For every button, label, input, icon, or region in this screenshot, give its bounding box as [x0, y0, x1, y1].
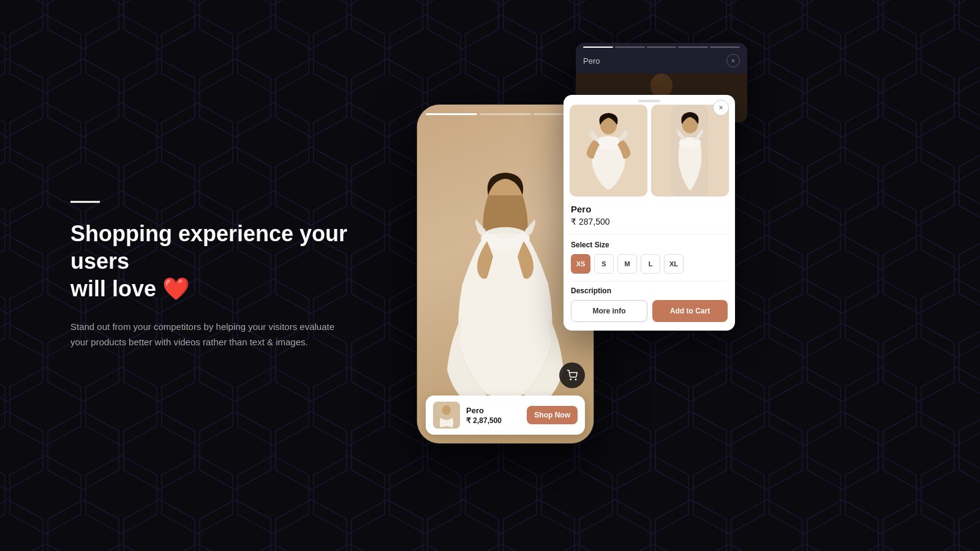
svg-point-14 [594, 137, 623, 149]
shop-now-button[interactable]: Shop Now [527, 406, 578, 424]
size-xs-button[interactable]: XS [571, 254, 590, 274]
size-l-button[interactable]: L [641, 254, 660, 274]
cart-button[interactable] [559, 362, 585, 388]
heart-emoji: ❤️ [162, 276, 190, 301]
card-product-price: ₹ 287,500 [564, 216, 735, 231]
drag-handle-area [564, 95, 735, 105]
bg-prog-3 [647, 47, 677, 48]
drag-handle [638, 100, 660, 102]
product-info: Pero ₹ 2,87,500 [466, 406, 521, 425]
thumb-figure [433, 402, 460, 429]
bg-card-title: Pero [583, 56, 600, 66]
size-options[interactable]: XS S M L XL [564, 252, 735, 279]
card-product-name: Pero [564, 203, 735, 216]
bg-prog-2 [615, 47, 645, 48]
select-size-label: Select Size [564, 237, 735, 252]
svg-point-7 [575, 379, 576, 380]
headline: Shopping experience your users will love… [70, 220, 389, 302]
add-to-cart-button[interactable]: Add to Cart [652, 300, 728, 322]
bg-card-progress [576, 43, 747, 48]
svg-point-6 [570, 379, 571, 380]
left-content-section: Shopping experience your users will love… [70, 201, 389, 350]
product-detail-card: × [564, 95, 735, 331]
product-img-svg-1 [570, 105, 647, 197]
bg-card-close-button[interactable]: × [726, 54, 740, 67]
card-divider-1 [571, 234, 728, 234]
bg-prog-4 [678, 47, 708, 48]
svg-point-9 [442, 405, 451, 415]
bg-card-header: Pero × [576, 48, 747, 73]
svg-point-11 [650, 73, 673, 98]
card-divider-2 [571, 281, 728, 282]
phone-product-bar[interactable]: Pero ₹ 2,87,500 Shop Now [426, 395, 585, 435]
description-label: Description [564, 284, 735, 300]
product-name-small: Pero [466, 406, 521, 415]
story-bar-1 [426, 113, 477, 115]
size-m-button[interactable]: M [617, 254, 637, 274]
section-divider [70, 201, 100, 203]
card-image-gallery [564, 105, 735, 203]
subtext-paragraph: Stand out from your competitors by helpi… [70, 320, 352, 350]
story-bar-2 [480, 113, 531, 115]
bg-prog-1 [583, 47, 613, 48]
story-progress-bars [426, 113, 585, 115]
bg-prog-5 [710, 47, 740, 48]
product-img-svg-2 [651, 105, 729, 197]
product-image-1 [570, 105, 647, 197]
size-xl-button[interactable]: XL [664, 254, 684, 274]
more-info-button[interactable]: More info [571, 300, 647, 322]
product-image-2 [651, 105, 729, 197]
product-thumbnail [433, 402, 460, 429]
product-price-small: ₹ 2,87,500 [466, 416, 521, 425]
card-close-button[interactable]: × [713, 100, 729, 116]
cart-icon [567, 370, 578, 381]
size-s-button[interactable]: S [594, 254, 614, 274]
card-action-buttons[interactable]: More info Add to Cart [564, 300, 735, 331]
